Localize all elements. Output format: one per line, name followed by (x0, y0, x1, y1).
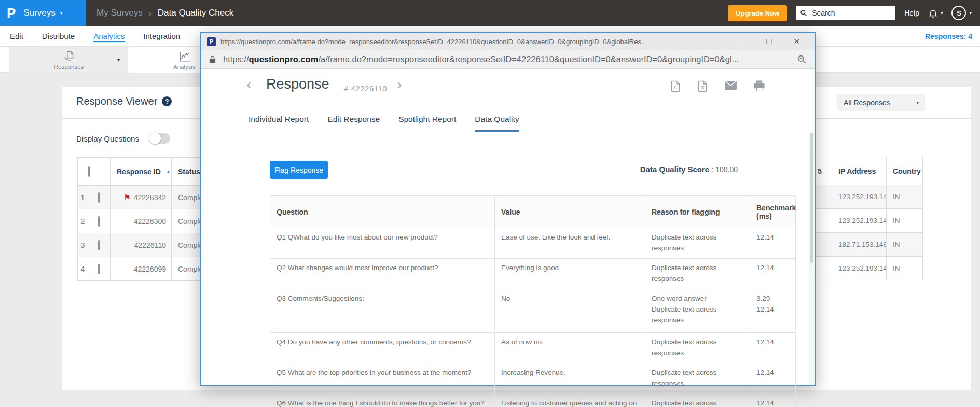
flag-response-button[interactable]: Flag Response (270, 161, 328, 179)
product-switcher[interactable]: P Surveys ▾ (0, 0, 86, 26)
column-header-ip-address[interactable]: IP Address (832, 157, 887, 185)
benchmark-line: 12.14 (756, 263, 789, 274)
response-tab-individual-report[interactable]: Individual Report (249, 115, 309, 132)
row-number: 2 (78, 209, 88, 233)
reason-cell: Duplicate text across responses (645, 333, 750, 363)
nav-tab-edit[interactable]: Edit (10, 32, 23, 40)
column-header-country-code[interactable]: Country Code (887, 157, 923, 185)
reason-line: Duplicate text across responses (652, 368, 743, 389)
value-cell: Increasing Revenue. (495, 363, 645, 394)
toolbar-responses-label: Responses (54, 64, 84, 70)
avatar: S (951, 6, 966, 20)
display-questions-label: Display Questions (76, 134, 139, 143)
search-icon (800, 9, 807, 17)
value-cell: Ease of use. Like the look and feel. (495, 228, 645, 259)
benchmark-cell: 12.14 (750, 333, 796, 363)
ip-address-cell: 123.252.193.148 (832, 209, 887, 233)
address-url[interactable]: https://questionpro.com/a/frame.do?mode=… (223, 54, 790, 64)
question-cell: Q1 QWhat do you like most about our new … (270, 228, 495, 259)
display-questions-toggle[interactable] (149, 133, 170, 144)
nav-tabs-container: EditDistributeAnalyticsIntegration (10, 32, 180, 40)
row-checkbox[interactable] (98, 192, 100, 203)
row-checkbox[interactable] (98, 216, 100, 227)
select-all-header (88, 158, 111, 186)
chevron-down-icon: ▾ (916, 100, 919, 105)
search-input[interactable] (811, 8, 888, 18)
country-code-cell: IN (887, 185, 923, 209)
top-navigation-bar: P Surveys ▾ My Surveys › Data Quality Ch… (0, 0, 980, 26)
select-all-checkbox[interactable] (88, 166, 90, 177)
response-tabs: Individual ReportEdit ResponseSpotlight … (201, 107, 815, 132)
row-select-cell (88, 209, 111, 233)
question-cell: Q6 What is the one thing I should do to … (270, 394, 495, 407)
reason-cell: One word answerDuplicate text across res… (645, 289, 750, 330)
response-row-right: 182.71.153.146IN (811, 233, 923, 257)
response-id-link[interactable]: 42226300 (111, 209, 172, 233)
nav-tab-analytics[interactable]: Analytics (93, 32, 125, 40)
response-id-link[interactable]: 42226099 (111, 257, 172, 281)
responses-table-header-row: 5 IP Address Country Code (811, 157, 923, 185)
export-pdf-icon[interactable] (670, 80, 681, 92)
upgrade-now-button[interactable]: Upgrade Now (728, 5, 787, 21)
country-code-cell: IN (887, 233, 923, 257)
popup-address-bar: https://questionpro.com/a/frame.do?mode=… (201, 50, 815, 69)
reason-line: Duplicate text across responses (652, 304, 743, 326)
row-number: 4 (78, 257, 88, 281)
popup-title-bar[interactable]: P https://questionpro.com/a/frame.do?mod… (201, 33, 815, 50)
reason-cell: Duplicate text across responses (645, 363, 750, 394)
value-cell: Everything is good. (495, 258, 645, 289)
zoom-out-icon[interactable] (797, 54, 807, 64)
row-number: 1 (78, 186, 88, 209)
question-row: Q5 What are the top priorities in your b… (270, 363, 796, 394)
help-icon[interactable]: ? (162, 96, 172, 106)
close-icon[interactable]: ✕ (793, 37, 800, 46)
response-id-link[interactable]: 42226110 (111, 233, 172, 257)
response-tab-data-quality[interactable]: Data Quality (475, 115, 519, 132)
reason-line: Duplicate text across responses (652, 263, 743, 285)
minimize-icon[interactable]: — (737, 37, 744, 46)
question-cell: Q2 What changes would most improve our p… (270, 258, 495, 289)
nav-tab-integration[interactable]: Integration (143, 32, 180, 40)
chevron-down-icon: ▾ (60, 10, 63, 16)
column-header-value: Value (495, 196, 645, 228)
toolbar-responses[interactable]: Responses ▾ (9, 47, 128, 73)
responses-table-right-section: 5 IP Address Country Code 123.252.193.14… (811, 157, 923, 280)
reason-line: One word answer (652, 293, 743, 304)
responses-filter-dropdown[interactable]: All Responses ▾ (837, 94, 925, 111)
breadcrumb-my-surveys[interactable]: My Surveys (96, 8, 143, 18)
response-id-label: # 42226110 (344, 84, 387, 93)
reason-line: Duplicate text across responses (652, 398, 743, 407)
product-name: Surveys (23, 8, 55, 18)
response-id-link[interactable]: ⚑42226342 (111, 186, 172, 209)
row-checkbox[interactable] (98, 240, 100, 250)
maximize-icon[interactable]: □ (766, 36, 771, 47)
value-cell: No (495, 289, 645, 330)
benchmark-line: 12.14 (756, 232, 789, 243)
notifications-menu[interactable]: ▾ (928, 8, 943, 18)
column-header-response-id[interactable]: Response ID▲ (111, 158, 172, 186)
scrollbar-thumb[interactable] (810, 133, 813, 263)
print-icon[interactable] (753, 80, 765, 92)
response-tab-spotlight-report[interactable]: Spotlight Report (398, 115, 456, 132)
account-menu[interactable]: S ▾ (951, 6, 972, 20)
question-row: Q3 Comments/Suggestions:NoOne word answe… (270, 289, 796, 330)
row-number-header (78, 158, 88, 186)
benchmark-line: 3.29 (756, 293, 789, 304)
next-response-button[interactable]: › (397, 77, 402, 92)
data-quality-header-row: QuestionValueReason for flaggingBenchmar… (270, 196, 796, 228)
row-number: 3 (78, 233, 88, 257)
chevron-down-icon: ▾ (969, 10, 972, 16)
export-excel-icon[interactable] (697, 80, 708, 92)
question-row: Q1 QWhat do you like most about our new … (270, 228, 796, 259)
lock-icon (209, 55, 216, 64)
benchmark-cell: 12.14 (750, 228, 796, 259)
questionpro-favicon: P (207, 37, 216, 46)
response-tab-edit-response[interactable]: Edit Response (327, 115, 380, 132)
help-link[interactable]: Help (904, 9, 919, 17)
email-icon[interactable] (724, 80, 737, 92)
nav-tab-distribute[interactable]: Distribute (42, 32, 75, 40)
previous-response-button[interactable]: ‹ (246, 77, 251, 92)
toggle-knob (149, 133, 161, 144)
popup-scrollbar[interactable] (809, 132, 815, 385)
row-checkbox[interactable] (98, 264, 100, 274)
